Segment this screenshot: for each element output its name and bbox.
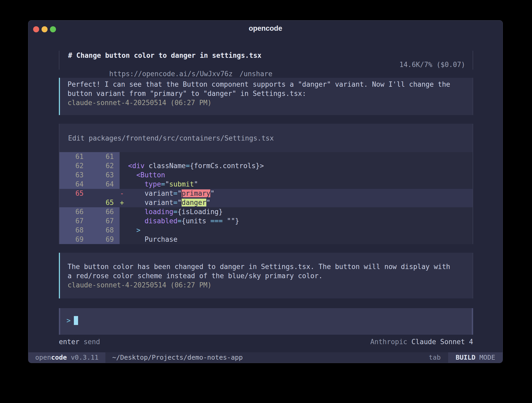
new-line-number: 61	[89, 152, 120, 161]
window-title: opencode	[28, 20, 503, 36]
new-line-number: 68	[89, 226, 120, 235]
diff-code-line: - variant="primary"	[120, 189, 214, 198]
diff-code-line: type="submit"	[120, 180, 198, 189]
old-line-number: 67	[59, 216, 89, 226]
diff-code-line: Purchase	[120, 235, 177, 244]
old-line-number: 62	[59, 161, 89, 170]
unshare-command[interactable]: /unshare	[239, 70, 272, 78]
new-line-number: 63	[89, 170, 120, 180]
old-line-number: 64	[59, 180, 89, 189]
text-cursor	[74, 316, 78, 325]
session-share-url[interactable]: https://opencode.ai/s/UwJxv76z	[109, 70, 233, 78]
old-line-number	[59, 198, 89, 207]
diff-code-line: disabled={units === ""}	[120, 216, 239, 226]
brand-code: code	[51, 354, 67, 361]
mode-name: BUILD	[456, 354, 475, 361]
old-line-number: 61	[59, 152, 89, 161]
new-line-number: 66	[89, 207, 120, 216]
send-action-label: send	[79, 338, 100, 346]
diff-row-added: 65+ variant="danger"	[59, 198, 473, 207]
assistant-message-text: The button color has been changed to dan…	[68, 262, 465, 281]
diff-row-context: 6464 type="submit"	[59, 180, 473, 189]
diff-row-context: 6161	[59, 152, 473, 161]
diff-code-line	[120, 152, 120, 161]
old-line-number: 63	[59, 170, 89, 180]
new-line-number: 65	[89, 198, 120, 207]
diff-code-line: + variant="danger"	[120, 198, 210, 207]
diff-row-context: 6868 >	[59, 226, 473, 235]
diff-code-line: >	[120, 226, 140, 235]
provider-label: Anthropic	[370, 338, 412, 346]
brand-open: open	[35, 354, 51, 361]
mode-suffix: MODE	[475, 354, 495, 361]
diff-code-line: <Button	[120, 170, 165, 180]
edit-tool-card: Edit packages/frontend/src/containers/Se…	[59, 124, 473, 244]
new-line-number: 67	[89, 216, 120, 226]
working-directory: ~/Desktop/Projects/demo-notes-app	[105, 352, 243, 363]
prompt-input[interactable]: >	[59, 308, 473, 335]
mode-toggle[interactable]: BUILD MODE	[448, 352, 503, 363]
send-hint: enter send	[59, 337, 100, 347]
tab-key-hint: tab	[429, 352, 447, 363]
window-titlebar: opencode	[28, 20, 503, 36]
opencode-terminal-window: opencode # Change button color to danger…	[28, 20, 503, 363]
assistant-message: Perfect! I can see that the Button compo…	[59, 78, 473, 115]
diff-row-context: 6969 Purchase	[59, 235, 473, 244]
enter-key-label: enter	[59, 338, 79, 346]
statusbar-spacer	[243, 352, 429, 363]
app-version-segment: opencode v0.3.11	[28, 352, 105, 363]
session-title: # Change button color to danger in setti…	[68, 51, 465, 60]
status-bar: opencode v0.3.11 ~/Desktop/Projects/demo…	[28, 352, 503, 363]
diff-code-line: loading={isLoading}	[120, 207, 223, 216]
new-line-number	[89, 189, 120, 198]
assistant-message-meta: claude-sonnet-4-20250514 (06:27 PM)	[68, 98, 465, 107]
edit-tool-header: Edit packages/frontend/src/containers/Se…	[59, 124, 473, 152]
diff-row-removed: 65- variant="primary"	[59, 189, 473, 198]
model-label: Claude Sonnet 4	[411, 338, 473, 346]
diff-code-line: <div className={formCs.controls}>	[120, 161, 264, 170]
keybind-hints: enter send Anthropic Claude Sonnet 4	[59, 337, 473, 347]
app-version: v0.3.11	[67, 354, 98, 361]
diff-row-context: 6767 disabled={units === ""}	[59, 216, 473, 226]
new-line-number: 69	[89, 235, 120, 244]
terminal-content: # Change button color to danger in setti…	[59, 51, 473, 347]
assistant-message-meta: claude-sonnet-4-20250514 (06:27 PM)	[68, 281, 465, 290]
diff-row-context: 6666 loading={isLoading}	[59, 207, 473, 216]
diff-row-context: 6262 <div className={formCs.controls}>	[59, 161, 473, 170]
model-indicator: Anthropic Claude Sonnet 4	[370, 337, 473, 347]
diff-row-context: 6363 <Button	[59, 170, 473, 180]
old-line-number: 65	[59, 189, 89, 198]
assistant-message: The button color has been changed to dan…	[59, 253, 473, 298]
new-line-number: 64	[89, 180, 120, 189]
session-header: # Change button color to danger in setti…	[59, 51, 473, 70]
prompt-symbol: >	[66, 316, 71, 325]
assistant-message-text: Perfect! I can see that the Button compo…	[68, 80, 465, 98]
old-line-number: 68	[59, 226, 89, 235]
old-line-number: 66	[59, 207, 89, 216]
old-line-number: 69	[59, 235, 89, 244]
diff-view: 61616262 <div className={formCs.controls…	[59, 152, 473, 244]
new-line-number: 62	[89, 161, 120, 170]
